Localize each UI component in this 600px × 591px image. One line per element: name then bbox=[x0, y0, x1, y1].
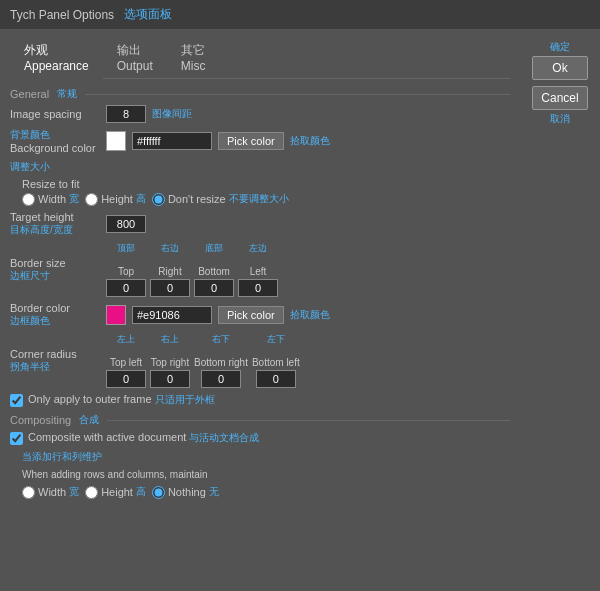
border-top-input[interactable] bbox=[106, 279, 146, 297]
corner-bottomright-col: 右下Bottom right bbox=[194, 333, 248, 388]
tab-bar: 外观 Appearance 输出 Output 其它 Misc bbox=[10, 38, 510, 79]
border-size-label: Border size 边框尺寸 bbox=[10, 257, 100, 283]
border-right-col: 右边Right bbox=[150, 242, 190, 297]
tab-appearance[interactable]: 外观 Appearance bbox=[10, 38, 103, 79]
cancel-button-group: Cancel 取消 bbox=[532, 86, 588, 126]
compositing-options-row: Width 宽 Height 高 Nothing 无 bbox=[22, 485, 510, 499]
comp-width-option[interactable]: Width 宽 bbox=[22, 485, 79, 499]
border-size-labels: 顶部Top 右边Right 底部Bottom 左边Left bbox=[106, 242, 278, 297]
border-size-row: Border size 边框尺寸 顶部Top 右边Right 底部Bottom bbox=[10, 242, 510, 297]
resize-label-row: Resize to fit bbox=[22, 178, 510, 190]
border-pick-color-button[interactable]: Pick color bbox=[218, 306, 284, 324]
composite-row: Composite with active document 与活动文档合成 bbox=[10, 431, 510, 445]
comp-height-radio[interactable] bbox=[85, 486, 98, 499]
corner-topleft-input[interactable] bbox=[106, 370, 146, 388]
bg-pick-color-button[interactable]: Pick color bbox=[218, 132, 284, 150]
cancel-zh: 取消 bbox=[550, 112, 570, 126]
title-bar: Tych Panel Options 选项面板 bbox=[0, 0, 600, 30]
corner-bottomleft-input[interactable] bbox=[256, 370, 296, 388]
border-pick-zh: 拾取颜色 bbox=[290, 308, 330, 322]
corner-topleft-col: 左上Top left bbox=[106, 333, 146, 388]
border-bottom-col: 底部Bottom bbox=[194, 242, 234, 297]
composite-label: Composite with active document 与活动文档合成 bbox=[28, 431, 259, 445]
resize-section-label: 调整大小 bbox=[10, 160, 510, 174]
outer-frame-row: Only apply to outer frame 只适用于外框 bbox=[10, 393, 510, 407]
resize-none-radio[interactable] bbox=[152, 193, 165, 206]
maintain-en-row: When adding rows and columns, maintain bbox=[22, 469, 510, 480]
border-color-swatch[interactable] bbox=[106, 305, 126, 325]
resize-width-radio[interactable] bbox=[22, 193, 35, 206]
maintain-en: When adding rows and columns, maintain bbox=[22, 469, 208, 480]
maintain-note-row: 当添加行和列维护 bbox=[22, 450, 510, 464]
border-size-grid: 顶部Top 右边Right 底部Bottom 左边Left bbox=[106, 242, 278, 297]
border-color-label: Border color 边框颜色 bbox=[10, 302, 100, 328]
tab-misc[interactable]: 其它 Misc bbox=[167, 38, 220, 78]
border-bottom-input[interactable] bbox=[194, 279, 234, 297]
resize-height-option[interactable]: Height高 bbox=[85, 192, 146, 206]
image-spacing-zh: 图像间距 bbox=[152, 107, 192, 121]
border-top-col: 顶部Top bbox=[106, 242, 146, 297]
target-height-input[interactable] bbox=[106, 215, 146, 233]
bg-color-hex-input[interactable] bbox=[132, 132, 212, 150]
app-title: Tych Panel Options bbox=[10, 8, 114, 22]
bg-color-label: 背景颜色 Background color bbox=[10, 128, 100, 154]
corner-topright-col: 右上Top right bbox=[150, 333, 190, 388]
maintain-zh: 当添加行和列维护 bbox=[22, 450, 102, 464]
border-color-hex-input[interactable] bbox=[132, 306, 212, 324]
ok-button[interactable]: Ok bbox=[532, 56, 588, 80]
target-height-label: Target height 目标高度/宽度 bbox=[10, 211, 100, 237]
main-content: 外观 Appearance 输出 Output 其它 Misc General … bbox=[0, 30, 520, 591]
resize-to-label: Resize to fit bbox=[22, 178, 112, 190]
comp-nothing-option[interactable]: Nothing 无 bbox=[152, 485, 219, 499]
corner-radius-label: Corner radius 拐角半径 bbox=[10, 348, 100, 374]
corner-topright-input[interactable] bbox=[150, 370, 190, 388]
cancel-button[interactable]: Cancel bbox=[532, 86, 588, 110]
corner-radius-grid: 左上Top left 右上Top right 右下Bottom right 左下… bbox=[106, 333, 300, 388]
image-spacing-input[interactable] bbox=[106, 105, 146, 123]
resize-options-row: Width宽 Height高 Don't resize 不要调整大小 bbox=[22, 192, 510, 206]
border-color-row: Border color 边框颜色 Pick color 拾取颜色 bbox=[10, 302, 510, 328]
border-right-input[interactable] bbox=[150, 279, 190, 297]
border-left-col: 左边Left bbox=[238, 242, 278, 297]
compositing-section-label: Compositing 合成 bbox=[10, 413, 510, 427]
border-left-input[interactable] bbox=[238, 279, 278, 297]
comp-nothing-radio[interactable] bbox=[152, 486, 165, 499]
corner-radius-row: Corner radius 拐角半径 左上Top left 右上Top righ… bbox=[10, 333, 510, 388]
image-spacing-label: Image spacing bbox=[10, 108, 100, 120]
ok-button-group: 确定 Ok bbox=[532, 40, 588, 80]
section-divider bbox=[85, 94, 510, 95]
composite-checkbox[interactable] bbox=[10, 432, 23, 445]
menu-title: 选项面板 bbox=[124, 6, 172, 23]
sidebar-buttons: 确定 Ok Cancel 取消 bbox=[520, 30, 600, 591]
resize-none-option[interactable]: Don't resize 不要调整大小 bbox=[152, 192, 289, 206]
outer-frame-checkbox[interactable] bbox=[10, 394, 23, 407]
bg-color-swatch[interactable] bbox=[106, 131, 126, 151]
corner-bottomleft-col: 左下Bottom left bbox=[252, 333, 300, 388]
target-height-row: Target height 目标高度/宽度 bbox=[10, 211, 510, 237]
outer-frame-label: Only apply to outer frame 只适用于外框 bbox=[28, 393, 215, 407]
image-spacing-row: Image spacing 图像间距 bbox=[10, 105, 510, 123]
resize-width-option[interactable]: Width宽 bbox=[22, 192, 79, 206]
comp-height-option[interactable]: Height 高 bbox=[85, 485, 146, 499]
general-section-label: General 常规 bbox=[10, 87, 510, 101]
bg-pick-zh: 拾取颜色 bbox=[290, 134, 330, 148]
resize-height-radio[interactable] bbox=[85, 193, 98, 206]
comp-width-radio[interactable] bbox=[22, 486, 35, 499]
compositing-divider bbox=[107, 420, 510, 421]
background-color-row: 背景颜色 Background color Pick color 拾取颜色 bbox=[10, 128, 510, 154]
ok-zh: 确定 bbox=[550, 40, 570, 54]
dialog-body: 外观 Appearance 输出 Output 其它 Misc General … bbox=[0, 30, 600, 591]
corner-bottomright-input[interactable] bbox=[201, 370, 241, 388]
tab-output[interactable]: 输出 Output bbox=[103, 38, 167, 78]
